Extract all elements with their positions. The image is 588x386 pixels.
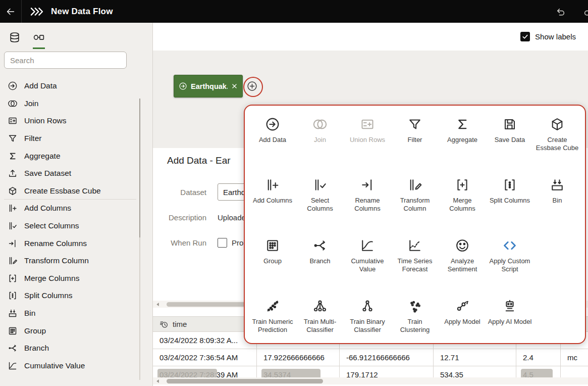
branch-icon xyxy=(8,343,18,353)
tab-data[interactable] xyxy=(9,31,21,49)
merge-columns-icon xyxy=(8,273,18,283)
popup-item-apply-model[interactable]: Apply Model xyxy=(439,296,486,351)
popup-item-cumulative-value[interactable]: Cumulative Value xyxy=(344,235,391,291)
back-icon xyxy=(6,7,16,17)
sidebar-item-union-rows[interactable]: Union Rows xyxy=(0,112,152,130)
back-button[interactable] xyxy=(0,0,22,23)
sidebar-item-create-essbase-cube[interactable]: Create Essbase Cube xyxy=(0,182,152,200)
tab-steps[interactable] xyxy=(33,31,45,49)
show-labels-label: Show labels xyxy=(535,32,576,41)
table-cell: 03/24/2022 8:09:32 A... xyxy=(153,332,257,349)
popup-item-select-columns[interactable]: Select Columns xyxy=(296,174,344,230)
popup-item-merge-columns[interactable]: Merge Columns xyxy=(439,174,486,230)
popup-item-label: Transform Column xyxy=(392,197,438,213)
check-icon xyxy=(522,33,528,40)
sidebar-scrollbar-thumb[interactable] xyxy=(139,99,140,237)
popup-item-analyze-sentiment[interactable]: Analyze Sentiment xyxy=(439,235,486,291)
sidebar-item-label: Union Rows xyxy=(24,116,67,125)
save-data-icon xyxy=(502,117,517,132)
popup-item-filter[interactable]: Filter xyxy=(391,114,439,169)
rename-columns-icon xyxy=(360,177,375,192)
popup-item-label: Train Numeric Prediction xyxy=(250,318,295,334)
sidebar-item-add-data[interactable]: Add Data xyxy=(0,77,152,95)
popup-item-add-data[interactable]: Add Data xyxy=(249,114,296,169)
sidebar-item-branch[interactable]: Branch xyxy=(0,340,152,357)
popup-item-label: Merge Columns xyxy=(440,197,485,213)
popup-item-train-numeric-prediction[interactable]: Train Numeric Prediction xyxy=(249,296,296,351)
sidebar-item-add-columns[interactable]: Add Columns xyxy=(0,200,152,217)
table-scrollbar-thumb[interactable] xyxy=(167,379,323,383)
popup-item-save-data[interactable]: Save Data xyxy=(486,114,533,169)
popup-item-create-essbase-cube[interactable]: Create Essbase Cube xyxy=(533,114,581,169)
popup-item-label: Join xyxy=(314,136,326,144)
sidebar-item-rename-columns[interactable]: Rename Columns xyxy=(0,234,152,252)
popup-item-time-series-forecast[interactable]: Time Series Forecast xyxy=(391,235,439,291)
essbase-cube-icon xyxy=(550,117,565,132)
when-run-checkbox[interactable] xyxy=(218,238,227,248)
sidebar-item-bin[interactable]: Bin xyxy=(0,305,152,322)
sidebar-item-group[interactable]: Group xyxy=(0,322,152,340)
popup-item-rename-columns[interactable]: Rename Columns xyxy=(344,174,391,230)
add-step-popup: Add Data Join Union Rows Filter Aggregat… xyxy=(244,105,586,344)
popup-item-group[interactable]: Group xyxy=(249,235,296,291)
popup-item-label: Add Data xyxy=(259,136,286,144)
popup-item-aggregate[interactable]: Aggregate xyxy=(439,114,486,169)
popup-item-add-columns[interactable]: Add Columns xyxy=(249,174,296,230)
popup-item-train-binary-classifier[interactable]: Train Binary Classifier xyxy=(344,296,391,351)
database-icon xyxy=(9,31,21,43)
popup-item-union-rows[interactable]: Union Rows xyxy=(344,114,391,169)
sidebar-item-cumulative-value[interactable]: Cumulative Value xyxy=(0,357,152,375)
sidebar-item-join[interactable]: Join xyxy=(0,95,152,113)
bin-icon xyxy=(550,177,565,192)
popup-item-apply-ai-model[interactable]: Apply AI Model xyxy=(486,296,533,351)
time-column-label: time xyxy=(173,320,187,328)
table-cell: 12.71 xyxy=(434,349,516,366)
sidebar-item-merge-columns[interactable]: Merge Columns xyxy=(0,270,152,287)
redo-button[interactable] xyxy=(583,6,588,17)
popup-item-apply-custom-script[interactable]: Apply Custom Script xyxy=(486,235,533,291)
popup-item-train-clustering[interactable]: Train Clustering xyxy=(391,296,439,351)
popup-item-branch[interactable]: Branch xyxy=(296,235,344,291)
time-column-header[interactable]: time xyxy=(153,317,257,331)
when-run-label: When Run xyxy=(153,238,206,247)
split-columns-icon xyxy=(502,177,517,192)
join-icon xyxy=(312,117,328,132)
sidebar-item-label: Merge Columns xyxy=(24,274,79,283)
sidebar-item-split-columns[interactable]: Split Columns xyxy=(0,287,152,305)
add-step-button[interactable] xyxy=(247,81,257,91)
popup-item-split-columns[interactable]: Split Columns xyxy=(486,174,533,230)
sidebar-tabs xyxy=(0,23,152,49)
sidebar-item-label: Create Essbase Cube xyxy=(24,186,101,196)
preview-scrollbar-thumb[interactable] xyxy=(167,302,252,307)
sidebar-item-label: Add Columns xyxy=(24,204,71,213)
popup-item-label: Split Columns xyxy=(490,197,530,205)
steps-sidebar: Add Data Join Union Rows Filter Aggregat… xyxy=(0,23,153,386)
canvas-toolbar: Show labels xyxy=(153,23,588,51)
scroll-left-icon[interactable] xyxy=(155,379,160,383)
table-horizontal-scrollbar[interactable] xyxy=(153,377,588,384)
top-bar: New Data Flow xyxy=(0,0,588,23)
clock-icon xyxy=(159,320,169,329)
filter-icon xyxy=(8,133,18,143)
popup-item-bin[interactable]: Bin xyxy=(533,174,581,230)
show-labels-checkbox[interactable] xyxy=(520,32,530,41)
popup-item-transform-column[interactable]: Transform Column xyxy=(391,174,439,230)
undo-button[interactable] xyxy=(555,6,566,17)
sidebar-item-select-columns[interactable]: Select Columns xyxy=(0,217,152,235)
sidebar-item-aggregate[interactable]: Aggregate xyxy=(0,147,152,165)
close-icon[interactable] xyxy=(231,83,238,89)
popup-item-train-multi-classifier[interactable]: Train Multi-Classifier xyxy=(296,296,344,351)
search-input[interactable] xyxy=(4,52,127,69)
sidebar-item-save-dataset[interactable]: Save Dataset xyxy=(0,165,152,182)
train-clustering-icon xyxy=(407,299,422,314)
popup-item-join[interactable]: Join xyxy=(296,114,344,169)
flow-node-earthquakes[interactable]: Earthquak... xyxy=(174,75,243,98)
sidebar-item-filter[interactable]: Filter xyxy=(0,130,152,148)
sidebar-item-transform-column[interactable]: Transform Column xyxy=(0,252,152,270)
popup-item-label: Branch xyxy=(309,257,330,265)
scroll-left-icon[interactable] xyxy=(155,302,160,307)
table-cell: mc xyxy=(561,349,588,366)
apply-custom-script-icon xyxy=(502,238,517,253)
popup-item-label: Apply Model xyxy=(444,318,480,326)
popup-item-label: Rename Columns xyxy=(345,197,390,213)
